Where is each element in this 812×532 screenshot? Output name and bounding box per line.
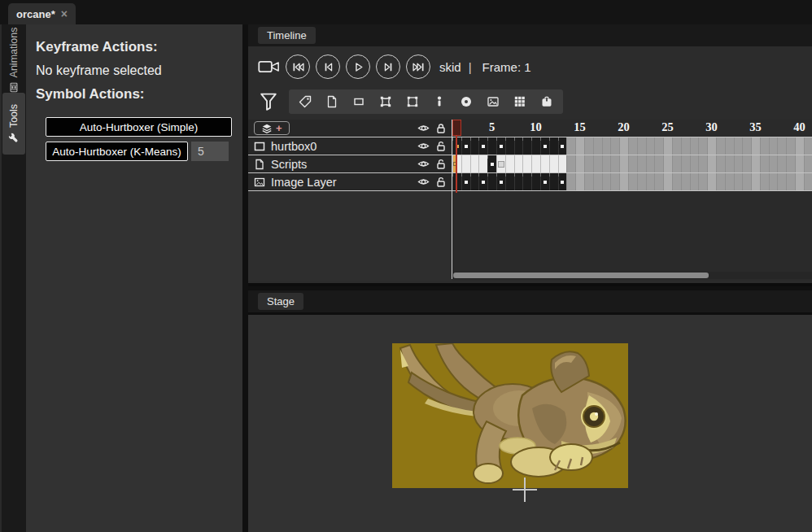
frame-cell[interactable] bbox=[522, 155, 531, 172]
frame-cell[interactable] bbox=[751, 137, 760, 155]
frame-cell[interactable] bbox=[672, 155, 681, 172]
lock-open-icon[interactable] bbox=[435, 141, 447, 152]
video-camera-icon[interactable] bbox=[258, 59, 280, 75]
tab-tools[interactable]: Tools bbox=[2, 93, 25, 155]
frame-cell[interactable] bbox=[777, 137, 786, 155]
sprite-canvas[interactable] bbox=[392, 343, 628, 488]
kmeans-count-input[interactable] bbox=[191, 142, 229, 161]
frame-cell[interactable] bbox=[496, 155, 505, 172]
frame-cell[interactable] bbox=[795, 137, 804, 155]
frame-cell[interactable] bbox=[698, 173, 707, 190]
frame-cell[interactable] bbox=[470, 173, 479, 190]
frames-grid[interactable]: 51015202530354045 bbox=[452, 120, 812, 281]
frame-cell[interactable] bbox=[804, 155, 812, 172]
frame-cell[interactable] bbox=[769, 155, 778, 172]
play-button[interactable] bbox=[346, 55, 370, 79]
frame-cell[interactable] bbox=[654, 173, 663, 190]
frame-cell[interactable] bbox=[540, 173, 549, 190]
frame-cell[interactable] bbox=[487, 155, 496, 172]
frame-cell[interactable] bbox=[470, 137, 479, 155]
frame-cell[interactable] bbox=[637, 137, 646, 155]
frame-cell[interactable] bbox=[672, 173, 681, 190]
frame-cell[interactable] bbox=[777, 173, 786, 190]
frame-row-hurtbox0[interactable] bbox=[452, 137, 812, 155]
frame-cell[interactable] bbox=[549, 173, 558, 190]
frame-cell[interactable] bbox=[602, 137, 611, 155]
frame-cell[interactable] bbox=[566, 173, 575, 190]
eye-icon[interactable] bbox=[417, 122, 430, 134]
frame-ruler[interactable]: 51015202530354045 bbox=[452, 120, 812, 137]
frame-cell[interactable] bbox=[575, 137, 584, 155]
frame-cell[interactable] bbox=[461, 155, 470, 172]
frame-cell[interactable] bbox=[505, 137, 514, 155]
scrollbar-thumb[interactable] bbox=[453, 273, 709, 278]
frame-cell[interactable] bbox=[698, 155, 707, 172]
frame-cell[interactable] bbox=[742, 173, 751, 190]
frame-cell[interactable] bbox=[566, 155, 575, 172]
frame-cell[interactable] bbox=[751, 173, 760, 190]
frame-cell[interactable] bbox=[716, 173, 725, 190]
frame-cell[interactable] bbox=[593, 155, 602, 172]
frame-cell[interactable] bbox=[663, 155, 672, 172]
frame-cell[interactable] bbox=[461, 173, 470, 190]
frame-cell[interactable] bbox=[628, 155, 637, 172]
frame-cell[interactable] bbox=[628, 137, 637, 155]
frame-cell[interactable] bbox=[514, 155, 523, 172]
frame-cell[interactable] bbox=[628, 173, 637, 190]
frame-cell[interactable] bbox=[549, 155, 558, 172]
skip-last-button[interactable] bbox=[406, 55, 430, 79]
frame-cell[interactable] bbox=[716, 155, 725, 172]
eye-icon[interactable] bbox=[417, 158, 430, 170]
tab-animations[interactable]: Animations bbox=[2, 29, 25, 91]
frame-cell[interactable] bbox=[690, 155, 699, 172]
layer-row[interactable]: Scripts bbox=[248, 155, 452, 173]
frame-cell[interactable] bbox=[540, 155, 549, 172]
frame-cell[interactable] bbox=[760, 137, 769, 155]
tab-timeline[interactable]: Timeline bbox=[258, 27, 316, 44]
frame-cell[interactable] bbox=[786, 137, 795, 155]
frame-cell[interactable] bbox=[558, 137, 567, 155]
frame-cell[interactable] bbox=[487, 173, 496, 190]
prev-frame-button[interactable] bbox=[316, 55, 340, 79]
frame-cell[interactable] bbox=[522, 173, 531, 190]
tag-icon[interactable] bbox=[299, 95, 312, 108]
frame-cell[interactable] bbox=[646, 137, 655, 155]
frame-cell[interactable] bbox=[637, 155, 646, 172]
frame-cell[interactable] bbox=[522, 137, 531, 155]
frame-cell[interactable] bbox=[663, 173, 672, 190]
frame-cell[interactable] bbox=[663, 137, 672, 155]
eye-icon[interactable] bbox=[417, 140, 430, 152]
frame-cell[interactable] bbox=[558, 155, 567, 172]
frame-cell[interactable] bbox=[619, 137, 628, 155]
transform-icon[interactable] bbox=[406, 95, 419, 108]
lock-open-icon[interactable] bbox=[435, 177, 447, 188]
grid-icon[interactable] bbox=[513, 95, 526, 108]
frame-cell[interactable] bbox=[531, 137, 540, 155]
frame-cell[interactable] bbox=[478, 155, 487, 172]
frame-cell[interactable] bbox=[760, 173, 769, 190]
frame-cell[interactable] bbox=[725, 137, 734, 155]
frame-cell[interactable] bbox=[610, 155, 619, 172]
frame-cell[interactable] bbox=[795, 155, 804, 172]
hitbox-icon[interactable] bbox=[379, 95, 392, 108]
frame-cell[interactable] bbox=[549, 137, 558, 155]
frame-cell[interactable] bbox=[558, 173, 567, 190]
frame-cell[interactable] bbox=[716, 137, 725, 155]
playhead-line[interactable] bbox=[456, 136, 457, 193]
eye-icon[interactable] bbox=[417, 176, 430, 188]
frame-cell[interactable] bbox=[681, 173, 690, 190]
frame-cell[interactable] bbox=[777, 155, 786, 172]
layer-row[interactable]: hurtbox0 bbox=[248, 137, 452, 155]
close-icon[interactable]: × bbox=[61, 7, 68, 20]
next-frame-button[interactable] bbox=[376, 55, 400, 79]
frame-cell[interactable] bbox=[575, 173, 584, 190]
add-layer-button[interactable]: + bbox=[254, 121, 290, 135]
frame-cell[interactable] bbox=[505, 173, 514, 190]
frame-cell[interactable] bbox=[769, 173, 778, 190]
frame-cell[interactable] bbox=[496, 173, 505, 190]
frame-cell[interactable] bbox=[734, 173, 743, 190]
frame-cell[interactable] bbox=[725, 173, 734, 190]
lock-closed-icon[interactable] bbox=[435, 123, 447, 134]
frame-cell[interactable] bbox=[786, 173, 795, 190]
bag-icon[interactable] bbox=[540, 95, 553, 108]
